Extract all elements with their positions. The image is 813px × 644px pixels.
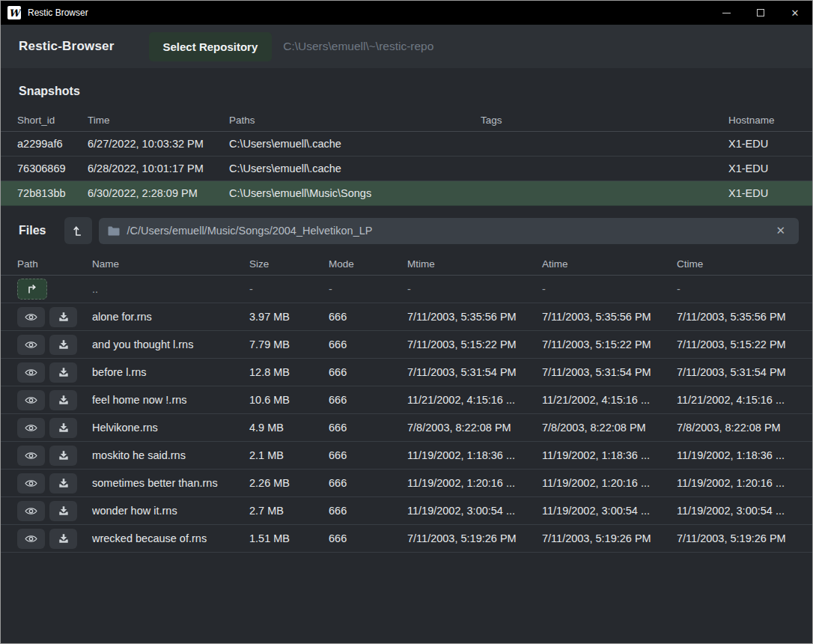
file-name: before l.rns: [92, 366, 249, 378]
snapshots-col-tags: Tags: [481, 115, 728, 126]
file-ctime: 11/19/2002, 3:00:54 ...: [677, 505, 796, 517]
preview-button[interactable]: [17, 446, 45, 466]
file-ctime: 11/21/2002, 4:15:16 ...: [677, 394, 796, 406]
file-atime: 7/11/2003, 5:15:22 PM: [542, 338, 677, 350]
clear-path-button[interactable]: ✕: [771, 222, 790, 239]
file-mode: 666: [329, 477, 407, 489]
preview-button[interactable]: [17, 473, 45, 493]
file-row: wonder how it.rns 2.7 MB 666 11/19/2002,…: [1, 497, 812, 525]
snapshots-table-body: a2299af66/27/2022, 10:03:32 PMC:\Users\e…: [1, 132, 812, 206]
preview-button[interactable]: [17, 307, 45, 327]
download-icon: [58, 478, 69, 488]
preview-button[interactable]: [17, 390, 45, 410]
files-col-mode: Mode: [329, 258, 407, 270]
file-ctime: 11/19/2002, 1:18:36 ...: [677, 449, 796, 461]
download-button[interactable]: [49, 473, 77, 493]
files-col-name: Name: [92, 258, 249, 270]
files-col-ctime: Ctime: [677, 258, 796, 270]
files-toolbar: Files /C/Users/emuell/Music/Songs/2004_H…: [1, 213, 812, 249]
preview-button[interactable]: [17, 529, 45, 549]
download-button[interactable]: [49, 418, 77, 438]
eye-icon: [25, 312, 37, 322]
go-up-button[interactable]: [17, 279, 47, 300]
eye-icon: [25, 506, 37, 516]
snapshot-short-id: 76306869: [17, 162, 88, 174]
parent-directory-button[interactable]: [64, 217, 92, 244]
file-row: alone for.rns 3.97 MB 666 7/11/2003, 5:3…: [1, 303, 812, 331]
snapshot-row[interactable]: 72b813bb6/30/2022, 2:28:09 PMC:\Users\em…: [1, 181, 812, 206]
file-mtime: 11/21/2002, 4:15:16 ...: [407, 394, 542, 406]
current-path-bar[interactable]: /C/Users/emuell/Music/Songs/2004_Helveti…: [99, 218, 799, 244]
file-atime: 11/19/2002, 1:20:16 ...: [542, 477, 677, 489]
snapshot-row[interactable]: a2299af66/27/2022, 10:03:32 PMC:\Users\e…: [1, 132, 812, 157]
download-button[interactable]: [49, 390, 77, 410]
file-mtime: 11/19/2002, 1:20:16 ...: [407, 477, 542, 489]
maximize-icon: [757, 9, 764, 16]
file-name: sometimes better than.rns: [92, 477, 249, 489]
file-ctime: -: [677, 283, 796, 295]
maximize-button[interactable]: [743, 1, 778, 25]
file-ctime: 7/8/2003, 8:22:08 PM: [677, 422, 796, 434]
file-mtime: 11/19/2002, 3:00:54 ...: [407, 505, 542, 517]
files-col-mtime: Mtime: [407, 258, 542, 270]
download-icon: [58, 367, 69, 377]
file-row: Helvikone.rns 4.9 MB 666 7/8/2003, 8:22:…: [1, 414, 812, 442]
file-ctime: 7/11/2003, 5:31:54 PM: [677, 366, 796, 378]
file-ctime: 7/11/2003, 5:35:56 PM: [677, 311, 796, 323]
file-size: 1.51 MB: [249, 532, 329, 544]
eye-icon: [25, 534, 37, 544]
file-mode: 666: [329, 532, 407, 544]
snapshot-hostname: X1-EDU: [728, 162, 796, 174]
preview-button[interactable]: [17, 335, 45, 355]
file-name: alone for.rns: [92, 311, 249, 323]
snapshots-title: Snapshots: [1, 68, 812, 98]
download-button[interactable]: [49, 307, 77, 327]
snapshot-row[interactable]: 763068696/28/2022, 10:01:17 PMC:\Users\e…: [1, 157, 812, 181]
snapshot-paths: C:\Users\emuell\.cache: [229, 162, 481, 174]
file-row: feel home now !.rns 10.6 MB 666 11/21/20…: [1, 386, 812, 414]
app-header: Restic-Browser Select Repository C:\User…: [1, 25, 812, 68]
app-window: W Restic Browser ✕ Restic-Browser Select…: [0, 0, 813, 644]
app-name: Restic-Browser: [19, 39, 115, 54]
download-icon: [58, 422, 69, 433]
snapshot-short-id: 72b813bb: [17, 187, 88, 199]
snapshots-col-hostname: Hostname: [728, 115, 796, 126]
minimize-button[interactable]: [709, 1, 743, 25]
file-name: moskito he said.rns: [92, 449, 249, 461]
file-size: 2.26 MB: [249, 477, 329, 489]
download-button[interactable]: [49, 529, 77, 549]
folder-icon: [108, 226, 120, 236]
snapshot-paths: C:\Users\emuell\.cache: [229, 138, 481, 150]
files-title: Files: [19, 224, 46, 237]
file-mode: -: [329, 283, 407, 295]
file-row: wrecked because of.rns 1.51 MB 666 7/11/…: [1, 525, 812, 553]
download-button[interactable]: [49, 446, 77, 466]
files-col-atime: Atime: [542, 258, 677, 270]
download-icon: [58, 339, 69, 350]
files-table-body: .. - - - - - alone for.rns 3.97 MB: [1, 276, 812, 643]
preview-button[interactable]: [17, 362, 45, 383]
download-icon: [58, 505, 69, 516]
download-button[interactable]: [49, 335, 77, 355]
preview-button[interactable]: [17, 418, 45, 438]
preview-button[interactable]: [17, 501, 45, 521]
snapshots-table-header: Short_id Time Paths Tags Hostname: [1, 109, 812, 132]
file-name: Helvikone.rns: [92, 422, 249, 434]
file-size: 2.7 MB: [249, 505, 329, 517]
file-mtime: 7/11/2003, 5:35:56 PM: [407, 311, 542, 323]
up-right-arrow-icon: [26, 284, 38, 294]
file-size: 3.97 MB: [249, 311, 329, 323]
snapshots-col-time: Time: [88, 115, 229, 126]
snapshots-col-paths: Paths: [229, 115, 481, 126]
download-icon: [58, 395, 69, 405]
snapshot-hostname: X1-EDU: [728, 138, 796, 150]
file-ctime: 7/11/2003, 5:15:22 PM: [677, 338, 796, 350]
close-button[interactable]: ✕: [778, 1, 812, 25]
select-repository-button[interactable]: Select Repository: [149, 32, 272, 61]
download-icon: [58, 450, 69, 461]
file-atime: 11/21/2002, 4:15:16 ...: [542, 394, 677, 406]
files-table-header: Path Name Size Mode Mtime Atime Ctime: [1, 252, 812, 276]
file-mode: 666: [329, 338, 407, 350]
download-button[interactable]: [49, 362, 77, 383]
download-button[interactable]: [49, 501, 77, 521]
